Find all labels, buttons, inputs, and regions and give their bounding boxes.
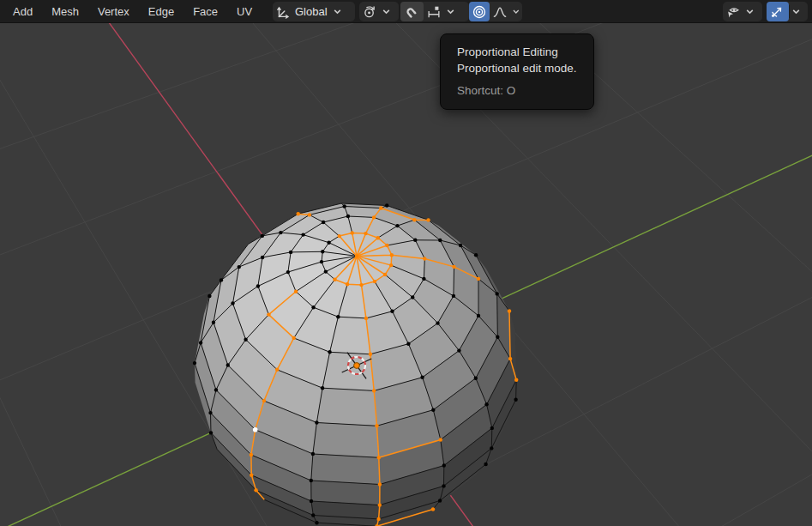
chevron-down-icon: [382, 7, 391, 16]
tooltip: Proportional Editing Proportional edit m…: [440, 33, 594, 110]
viewport-header: AddMeshVertexEdgeFaceUV Global: [0, 0, 812, 23]
transform-orientation-dropdown[interactable]: Global: [273, 2, 355, 21]
tooltip-description: Proportional edit mode.: [457, 60, 577, 76]
proportional-editing-group: [469, 2, 522, 21]
snap-with-button[interactable]: [424, 2, 444, 21]
menu-vertex[interactable]: Vertex: [88, 0, 139, 23]
menu-edge[interactable]: Edge: [139, 0, 183, 23]
chevron-down-icon: [333, 7, 342, 16]
menu-face[interactable]: Face: [183, 0, 227, 23]
proportional-editing-toggle[interactable]: [469, 2, 490, 21]
snap-increment-icon: [426, 4, 442, 20]
visibility-dropdown[interactable]: [723, 2, 762, 21]
tooltip-shortcut: Shortcut: O: [457, 83, 577, 99]
chevron-down-icon: [745, 7, 755, 16]
smooth-falloff-icon: [492, 4, 508, 20]
viewport-scene: [0, 0, 812, 526]
show-gizmo-toggle[interactable]: [767, 2, 789, 21]
snapping-group: [400, 2, 469, 21]
orientation-value: Global: [293, 5, 331, 18]
chevron-down-icon[interactable]: [791, 7, 801, 16]
visibility-eye-icon: [723, 2, 743, 21]
pivot-point-icon: [359, 2, 380, 21]
orientation-axes-icon: [273, 2, 293, 21]
pivot-point-dropdown[interactable]: [359, 2, 399, 21]
menu-bar: AddMeshVertexEdgeFaceUV: [3, 0, 262, 23]
proportional-editing-icon: [472, 4, 487, 20]
menu-mesh[interactable]: Mesh: [42, 0, 88, 23]
chevron-down-icon[interactable]: [512, 7, 520, 16]
gizmo-icon: [769, 4, 785, 20]
chevron-down-icon[interactable]: [446, 7, 455, 16]
falloff-type-button[interactable]: [490, 2, 510, 21]
viewport-3d[interactable]: Proportional Editing Proportional edit m…: [0, 0, 812, 526]
magnet-icon: [403, 4, 418, 20]
menu-add[interactable]: Add: [3, 0, 42, 23]
menu-uv[interactable]: UV: [227, 0, 262, 23]
blender-window: Proportional Editing Proportional edit m…: [0, 0, 812, 526]
gizmo-group: [767, 2, 808, 21]
snap-toggle-button[interactable]: [400, 2, 424, 21]
divider: [789, 5, 790, 18]
tooltip-title: Proportional Editing: [457, 44, 577, 60]
